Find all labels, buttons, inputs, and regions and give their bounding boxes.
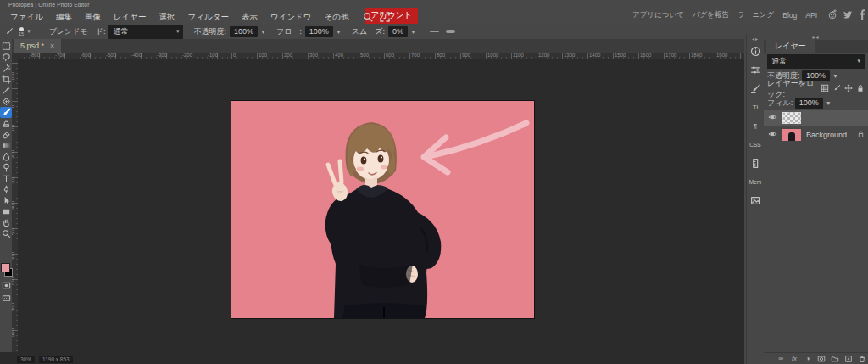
eyedropper-tool[interactable] xyxy=(0,85,12,96)
layer-thumbnail[interactable] xyxy=(782,129,801,141)
zoom-level[interactable]: 30% xyxy=(17,356,35,363)
horizontal-ruler[interactable]: -800-700-600-500-400-300-200-10001002003… xyxy=(18,53,744,59)
paragraph-panel-icon[interactable]: ¶ xyxy=(747,116,764,135)
layer-fill-arrow[interactable]: ▼ xyxy=(826,100,832,106)
opacity-input[interactable]: 100% xyxy=(230,26,258,37)
lock-all-icon[interactable] xyxy=(856,84,865,94)
document-dimensions[interactable]: 1190 x 853 xyxy=(39,356,73,363)
pressure-size-icon[interactable] xyxy=(430,31,439,32)
ruler-label: 600 xyxy=(386,53,394,58)
brush-dropdown-arrow[interactable]: ▾ xyxy=(27,28,31,35)
flow-input[interactable]: 100% xyxy=(305,26,333,37)
smooth-input[interactable]: 0% xyxy=(388,26,408,37)
reddit-icon[interactable] xyxy=(827,9,837,21)
collapse-panel-icon[interactable]: ▸◂ xyxy=(764,34,868,40)
top-link[interactable]: API xyxy=(805,11,817,20)
delete-layer-icon[interactable] xyxy=(858,354,866,363)
pen-tool[interactable] xyxy=(0,184,12,195)
layer-blend-select[interactable]: 通常▾ xyxy=(767,54,865,69)
menu-item[interactable]: その他 xyxy=(325,12,349,23)
app-title: Photopea | Online Photo Editor xyxy=(8,2,90,8)
measure-panel-icon[interactable] xyxy=(747,154,764,172)
twitter-icon[interactable] xyxy=(843,9,853,21)
screen-mode-icon[interactable] xyxy=(0,293,12,304)
brush-preview[interactable]: 15 xyxy=(19,27,24,36)
document-canvas[interactable] xyxy=(231,101,534,318)
lasso-tool[interactable] xyxy=(0,52,12,63)
new-layer-icon[interactable] xyxy=(844,354,853,363)
brush-tool[interactable] xyxy=(0,107,12,118)
link-layers-icon[interactable]: ∞ xyxy=(776,354,785,363)
character-panel-icon[interactable]: Ti xyxy=(747,98,764,116)
vertical-ruler[interactable]: -1000100200300400500600700800900 xyxy=(12,59,18,352)
ruler-label: 1500 xyxy=(615,53,626,58)
healing-brush-tool[interactable] xyxy=(0,96,12,107)
add-mask-icon[interactable] xyxy=(817,354,826,363)
adjustments-icon[interactable] xyxy=(747,60,764,79)
canvas-viewport[interactable] xyxy=(18,59,744,352)
zoom-tool[interactable] xyxy=(0,228,12,239)
foreground-color-swatch[interactable] xyxy=(1,263,10,272)
marquee-select-tool[interactable] xyxy=(0,41,12,52)
layer-row-background[interactable]: Background xyxy=(764,127,868,143)
facebook-icon[interactable] xyxy=(858,9,866,21)
menu-item[interactable]: レイヤー xyxy=(114,12,147,23)
top-link[interactable]: アプリについて xyxy=(632,10,684,20)
magic-wand-tool[interactable] xyxy=(0,63,12,74)
menu-item[interactable]: ウインドウ xyxy=(270,12,312,23)
layer-thumbnail[interactable] xyxy=(782,112,801,124)
ruler-label: 900 xyxy=(462,53,470,58)
menu-item[interactable]: ファイル xyxy=(10,12,43,23)
color-swatches[interactable] xyxy=(0,263,12,277)
memory-panel-icon[interactable]: Mem xyxy=(747,172,764,191)
top-link[interactable]: バグを報告 xyxy=(693,10,729,20)
top-link[interactable]: ラーニング xyxy=(737,10,774,20)
layer-visibility-icon[interactable] xyxy=(768,114,777,122)
history-brush-icon[interactable] xyxy=(747,79,764,98)
tab-close-icon[interactable]: × xyxy=(50,42,54,50)
layer-fill-input[interactable]: 100% xyxy=(795,98,823,109)
menu-item[interactable]: 編集 xyxy=(56,12,72,23)
new-group-icon[interactable] xyxy=(831,354,839,363)
blur-tool[interactable] xyxy=(0,151,12,162)
hand-tool[interactable] xyxy=(0,217,12,228)
adjustment-layer-icon[interactable]: ◑ xyxy=(804,354,812,363)
social-icons xyxy=(827,9,866,21)
eraser-tool[interactable] xyxy=(0,129,12,140)
menu-item[interactable]: 表示 xyxy=(242,12,258,23)
blend-mode-select[interactable]: 通常▾ xyxy=(108,25,183,39)
layer-visibility-icon[interactable] xyxy=(768,131,777,139)
lock-transparency-icon[interactable] xyxy=(821,84,829,94)
shape-tool[interactable] xyxy=(0,206,12,217)
image-panel-icon[interactable] xyxy=(747,191,764,210)
properties-icon[interactable] xyxy=(747,42,764,60)
menu-item[interactable]: 選択 xyxy=(159,12,175,23)
ruler-label: 1200 xyxy=(538,53,549,58)
css-panel-icon[interactable]: CSS xyxy=(747,135,764,154)
document-tab[interactable]: 5.psd * × xyxy=(14,39,61,53)
smooth-dropdown-arrow[interactable]: ▼ xyxy=(410,29,416,35)
pressure-opacity-icon[interactable] xyxy=(446,30,455,33)
opacity-dropdown-arrow[interactable]: ▼ xyxy=(260,29,266,35)
layers-tab[interactable]: レイヤー xyxy=(766,40,815,53)
clone-stamp-tool[interactable] xyxy=(0,118,12,129)
crop-tool[interactable] xyxy=(0,74,12,85)
layer-row-selected[interactable] xyxy=(764,110,868,126)
quick-mask-icon[interactable] xyxy=(0,280,12,291)
dodge-tool[interactable] xyxy=(0,162,12,173)
path-select-tool[interactable] xyxy=(0,195,12,206)
layers-panel: ▸◂ レイヤー 通常▾ 不透明度: 100% ▼ レイヤーをロック: フィル: … xyxy=(764,34,868,364)
gradient-tool[interactable] xyxy=(0,140,12,151)
top-link[interactable]: Blog xyxy=(782,11,797,20)
layer-opacity-arrow[interactable]: ▼ xyxy=(832,73,838,79)
menu-item[interactable]: フィルター xyxy=(188,12,229,23)
flow-dropdown-arrow[interactable]: ▼ xyxy=(336,29,342,35)
type-tool[interactable] xyxy=(0,173,12,184)
lock-paint-icon[interactable] xyxy=(832,84,841,94)
menu-item[interactable]: 画像 xyxy=(85,12,101,23)
layer-effects-icon[interactable]: fx xyxy=(790,354,798,363)
lock-position-icon[interactable] xyxy=(844,84,853,94)
ruler-label: 300 xyxy=(309,53,318,58)
collapse-strip-icon[interactable]: ◂▸ xyxy=(747,36,764,42)
ruler-label: -800 xyxy=(30,53,40,58)
